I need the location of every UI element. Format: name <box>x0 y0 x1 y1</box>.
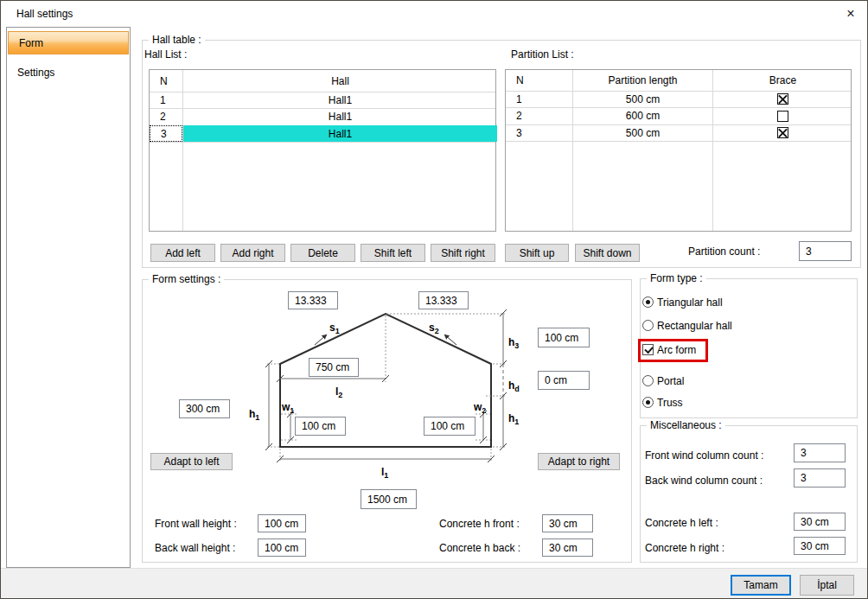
hall-row-1-value[interactable]: Hall1 <box>183 92 497 108</box>
w1-input[interactable] <box>295 417 346 436</box>
concrete-h-back-input[interactable] <box>542 538 593 557</box>
partition-row-2-brace <box>713 107 852 124</box>
partition-row-3-brace <box>713 124 852 141</box>
rectangular-hall-label[interactable]: Rectangular hall <box>657 320 732 332</box>
hall-list-table: N Hall 1 Hall1 2 Hall1 3 Hall1 <box>149 69 496 232</box>
partition-row-1-n[interactable]: 1 <box>506 91 572 107</box>
close-icon: × <box>846 6 854 22</box>
cancel-button[interactable]: İptal <box>800 575 854 596</box>
dim-label-l1: l1 <box>381 466 388 480</box>
adapt-to-right-button[interactable]: Adapt to right <box>538 453 620 470</box>
front-wind-column-count-input[interactable] <box>794 443 846 462</box>
dim-label-w2: w2 <box>473 401 486 415</box>
h1-left-input[interactable] <box>179 399 230 418</box>
hall-row-1-n[interactable]: 1 <box>150 92 182 108</box>
hall-list-label: Hall List : <box>144 48 187 61</box>
arc-form-label[interactable]: Arc form <box>657 344 696 356</box>
partition-row-3-length[interactable]: 500 cm <box>573 124 712 141</box>
partition-count-input[interactable] <box>799 241 852 261</box>
partition-list-table: N Partition length Brace 1 500 cm 2 600 … <box>505 69 852 232</box>
sidebar-item-form[interactable]: Form <box>8 31 129 54</box>
arc-form-checkbox[interactable] <box>642 344 654 355</box>
miscellaneous-group-title: Miscellaneous : <box>647 419 725 431</box>
partition-col-header-n[interactable]: N <box>506 70 572 91</box>
concrete-h-right-label: Concrete h right : <box>645 542 724 554</box>
front-wall-height-label: Front wall height : <box>155 518 237 530</box>
shift-down-button[interactable]: Shift down <box>575 244 640 262</box>
l2-input[interactable] <box>309 358 359 377</box>
partition-row-1-length[interactable]: 500 cm <box>573 91 712 107</box>
shift-right-button[interactable]: Shift right <box>431 244 495 262</box>
hall-settings-window: Hall settings × Form Settings Hall table… <box>0 0 868 599</box>
concrete-h-right-input[interactable] <box>794 537 846 555</box>
adapt-to-left-button[interactable]: Adapt to left <box>150 453 233 470</box>
hall-col-header-n[interactable]: N <box>150 70 182 92</box>
front-wall-height-input[interactable] <box>258 514 306 532</box>
dim-label-h3: h3 <box>508 336 519 350</box>
sidebar: Form Settings <box>6 27 131 568</box>
partition-col-header-length[interactable]: Partition length <box>573 70 712 91</box>
dimension-ticks <box>265 309 507 462</box>
hall-table-group-title: Hall table : <box>149 34 205 46</box>
partition-row-2-n[interactable]: 2 <box>506 107 572 124</box>
portal-radio[interactable] <box>642 375 654 386</box>
dim-label-w1: w1 <box>281 401 294 415</box>
window-title: Hall settings <box>16 8 73 20</box>
shift-up-button[interactable]: Shift up <box>505 244 569 262</box>
w2-input[interactable] <box>424 417 475 436</box>
concrete-h-front-input[interactable] <box>542 514 593 532</box>
triangular-hall-label[interactable]: Triangular hall <box>657 296 723 309</box>
dim-label-s1: s1 <box>329 322 340 335</box>
dim-label-hd: hd <box>508 379 520 393</box>
partition-col-header-brace[interactable]: Brace <box>713 70 852 91</box>
brace-checked-icon[interactable] <box>777 127 788 138</box>
concrete-h-left-input[interactable] <box>794 513 846 531</box>
titlebar: Hall settings × <box>1 1 867 27</box>
partition-list-label: Partition List : <box>511 48 574 61</box>
dim-label-l2: l2 <box>335 386 342 399</box>
hall-row-3-value-selected[interactable]: Hall1 <box>183 125 497 142</box>
l1-input[interactable] <box>361 489 417 509</box>
add-right-button[interactable]: Add right <box>220 244 285 262</box>
hd-input[interactable] <box>538 371 590 390</box>
truss-radio[interactable] <box>642 397 654 408</box>
back-wall-height-label: Back wall height : <box>155 542 235 554</box>
partition-row-2-length[interactable]: 600 cm <box>573 107 712 124</box>
hall-row-3-n[interactable]: 3 <box>150 125 182 142</box>
concrete-h-back-label: Concrete h back : <box>439 542 520 554</box>
shift-left-button[interactable]: Shift left <box>361 244 425 262</box>
back-wall-height-input[interactable] <box>258 538 306 557</box>
row-divider <box>150 142 495 143</box>
portal-label[interactable]: Portal <box>657 375 684 387</box>
brace-checked-icon[interactable] <box>777 93 788 105</box>
partition-row-1-brace <box>713 91 852 107</box>
concrete-h-left-label: Concrete h left : <box>645 517 718 529</box>
add-left-button[interactable]: Add left <box>150 244 215 262</box>
concrete-h-front-label: Concrete h front : <box>439 518 520 530</box>
rectangular-hall-radio[interactable] <box>642 320 654 331</box>
dim-label-s2: s2 <box>429 322 439 335</box>
truss-label[interactable]: Truss <box>657 397 683 409</box>
hall-row-2-n[interactable]: 2 <box>150 108 182 125</box>
h3-input[interactable] <box>538 328 590 347</box>
hall-row-2-value[interactable]: Hall1 <box>183 108 497 125</box>
hall-col-header-hall[interactable]: Hall <box>183 70 497 92</box>
sidebar-item-settings[interactable]: Settings <box>7 61 130 84</box>
dim-label-h1-left: h1 <box>249 408 259 422</box>
dim-label-h1-right: h1 <box>508 412 519 426</box>
partition-row-3-n[interactable]: 3 <box>506 124 572 141</box>
back-wind-column-count-label: Back wind column count : <box>645 475 763 487</box>
partition-count-label: Partition count : <box>688 245 760 258</box>
dimension-lines <box>269 313 503 459</box>
brace-unchecked-icon[interactable] <box>777 111 788 122</box>
delete-button[interactable]: Delete <box>290 244 355 262</box>
slope-right-input[interactable] <box>418 291 469 309</box>
row-divider <box>506 141 851 142</box>
back-wind-column-count-input[interactable] <box>794 468 846 487</box>
ok-button[interactable]: Tamam <box>731 575 791 596</box>
slope-left-input[interactable] <box>288 291 338 309</box>
close-button[interactable]: × <box>841 4 860 23</box>
form-type-group-title: Form type : <box>647 272 706 284</box>
triangular-hall-radio[interactable] <box>642 296 654 308</box>
guide-lines <box>267 314 506 462</box>
